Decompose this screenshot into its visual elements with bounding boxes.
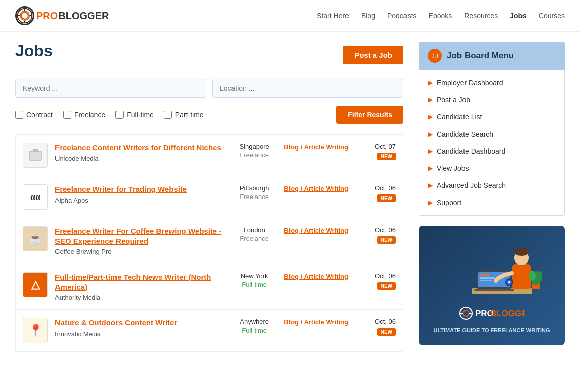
arrow-icon: ▶ — [428, 182, 433, 189]
filter-fulltime-checkbox[interactable] — [115, 111, 124, 119]
post-job-button[interactable]: Post a Job — [343, 46, 403, 64]
search-bar — [15, 79, 403, 98]
nav-start-here[interactable]: Start Here — [317, 12, 349, 20]
sidebar-item-candidate-dashboard[interactable]: ▶ Candidate Dashboard — [419, 143, 564, 160]
table-row: ☕ Freelance Writer For Coffee Brewing We… — [16, 218, 403, 264]
job-category-link[interactable]: Blog / Article Writing — [284, 185, 349, 192]
logo-icon — [15, 6, 34, 25]
sidebar-item-candidate-search[interactable]: ▶ Candidate Search — [419, 125, 564, 143]
table-row: 📍 Nature & Outdoors Content Writer Innov… — [16, 310, 403, 351]
sidebar-item-view-jobs[interactable]: ▶ View Jobs — [419, 160, 564, 177]
new-badge: NEW — [377, 282, 396, 290]
arrow-icon: ▶ — [428, 148, 433, 155]
arrow-icon: ▶ — [428, 79, 433, 86]
job-logo: αα — [23, 184, 48, 210]
job-date-text: Oct, 07 — [356, 143, 396, 150]
sidebar-item-candidate-list[interactable]: ▶ Candidate List — [419, 108, 564, 125]
new-badge: NEW — [377, 153, 396, 160]
job-date-text: Oct, 06 — [356, 272, 396, 280]
table-row: △ Full-time/Part-time Tech News Writer (… — [16, 264, 403, 310]
arrow-icon: ▶ — [428, 96, 433, 103]
job-date-text: Oct, 06 — [356, 184, 396, 192]
job-title[interactable]: Freelance Content Writers for Different … — [55, 143, 224, 153]
job-category-link[interactable]: Blog / Article Writing — [284, 227, 349, 234]
job-location: London Freelance — [231, 226, 277, 242]
job-title[interactable]: Freelance Writer For Coffee Brewing Webs… — [55, 226, 224, 246]
ad-logo: PRO BLOGGER — [427, 306, 557, 323]
job-company: Authority Media — [55, 294, 224, 301]
site-logo[interactable]: PROBLOGGER — [15, 6, 109, 25]
arrow-icon: ▶ — [428, 165, 433, 172]
nav-resources[interactable]: Resources — [464, 12, 498, 20]
filter-parttime[interactable]: Part-time — [164, 111, 204, 119]
new-badge: NEW — [377, 328, 396, 336]
job-date: Oct, 06 NEW — [356, 272, 396, 290]
job-info: Full-time/Part-time Tech News Writer (No… — [55, 272, 224, 301]
svg-point-24 — [508, 281, 510, 283]
job-type: Freelance — [231, 235, 277, 242]
job-company: Innovatic Media — [55, 330, 224, 338]
new-badge: NEW — [377, 194, 396, 202]
table-row: αα Freelance Writer for Trading Website … — [16, 176, 403, 218]
job-company: Coffee Brewing Pro — [55, 248, 224, 255]
nav-blog[interactable]: Blog — [361, 12, 375, 20]
sidebar-menu: ▶ Employer Dashboard ▶ Post a Job ▶ Cand… — [419, 70, 565, 216]
job-company: Alpha Apps — [55, 197, 224, 204]
location-input[interactable] — [212, 79, 403, 98]
filter-freelance[interactable]: Freelance — [63, 111, 105, 119]
nav-jobs[interactable]: Jobs — [510, 12, 527, 20]
ad-illustration — [461, 238, 522, 303]
job-type: Freelance — [231, 151, 277, 159]
sidebar-item-support[interactable]: ▶ Support — [419, 194, 564, 211]
site-header: PROBLOGGER Start Here Blog Podcasts Eboo… — [0, 0, 580, 32]
svg-rect-13 — [480, 280, 492, 281]
nav-podcasts[interactable]: Podcasts — [387, 12, 417, 20]
job-date: Oct, 06 NEW — [356, 226, 396, 244]
svg-rect-14 — [474, 289, 514, 291]
svg-rect-11 — [480, 274, 490, 276]
svg-point-1 — [21, 12, 28, 19]
nav-courses[interactable]: Courses — [539, 12, 565, 20]
filter-results-button[interactable]: Filter Results — [336, 106, 403, 124]
keyword-input[interactable] — [15, 79, 206, 98]
nav-ebooks[interactable]: Ebooks — [429, 12, 452, 20]
page-title: Jobs — [15, 42, 53, 60]
ad-tagline: ULTIMATE GUIDE TO FREELANCE WRITING — [427, 327, 557, 333]
sidebar-item-employer-dashboard[interactable]: ▶ Employer Dashboard — [419, 74, 564, 91]
ad-banner[interactable]: PRO BLOGGER ULTIMATE GUIDE TO FREELANCE … — [419, 226, 565, 345]
job-date: Oct, 06 NEW — [356, 318, 396, 336]
sidebar-item-post-job[interactable]: ▶ Post a Job — [419, 91, 564, 108]
job-title[interactable]: Nature & Outdoors Content Writer — [55, 318, 224, 328]
filter-contract[interactable]: Contract — [15, 111, 53, 119]
filter-freelance-checkbox[interactable] — [63, 111, 71, 119]
filter-fulltime[interactable]: Full-time — [115, 111, 154, 119]
job-category-link[interactable]: Blog / Article Writing — [284, 143, 349, 151]
job-category: Blog / Article Writing — [284, 226, 349, 234]
job-category-link[interactable]: Blog / Article Writing — [284, 273, 349, 280]
job-date: Oct, 07 NEW — [356, 143, 396, 160]
job-title[interactable]: Freelance Writer for Trading Website — [55, 184, 224, 194]
page-header: Jobs Post a Job — [15, 42, 403, 69]
job-list: Freelance Content Writers for Different … — [15, 134, 403, 352]
arrow-icon: ▶ — [428, 199, 433, 206]
sidebar-item-advanced-job-search[interactable]: ▶ Advanced Job Search — [419, 177, 564, 194]
job-location: New York Full-time — [231, 272, 277, 288]
job-date-text: Oct, 06 — [356, 318, 396, 325]
job-location: Singapore Freelance — [231, 143, 277, 159]
svg-text:BLOGGER: BLOGGER — [490, 309, 525, 318]
job-category: Blog / Article Writing — [284, 184, 349, 192]
job-info: Freelance Content Writers for Different … — [55, 143, 224, 162]
job-title[interactable]: Full-time/Part-time Tech News Writer (No… — [55, 272, 224, 292]
job-info: Freelance Writer For Coffee Brewing Webs… — [55, 226, 224, 255]
filter-parttime-checkbox[interactable] — [164, 111, 172, 119]
svg-rect-12 — [480, 277, 495, 279]
filter-contract-checkbox[interactable] — [15, 111, 23, 119]
job-city: New York — [231, 272, 277, 280]
job-info: Freelance Writer for Trading Website Alp… — [55, 184, 224, 204]
filters-row: Contract Freelance Full-time Part-time F… — [15, 106, 403, 124]
new-badge: NEW — [377, 236, 396, 244]
sidebar-menu-header: 🏷 Job Board Menu — [419, 42, 565, 70]
svg-rect-7 — [33, 149, 38, 152]
job-category-link[interactable]: Blog / Article Writing — [284, 318, 349, 326]
job-category: Blog / Article Writing — [284, 318, 349, 326]
